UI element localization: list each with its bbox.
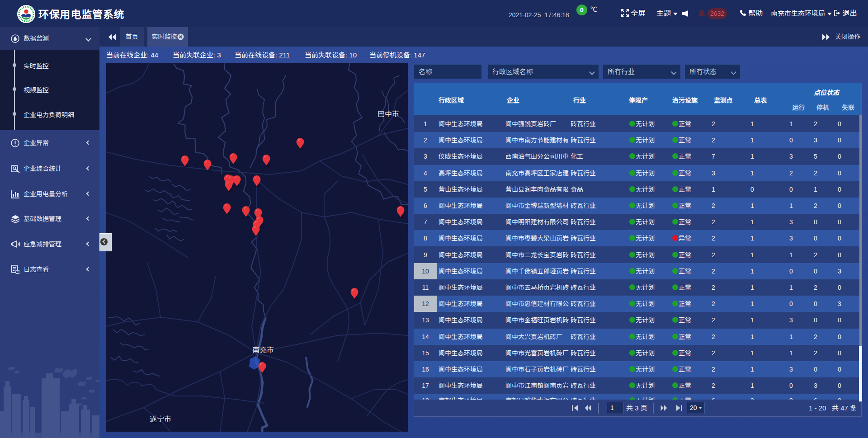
svg-text:巴中市: 巴中市: [377, 108, 399, 119]
svg-text:遂宁市: 遂宁市: [150, 413, 171, 424]
svg-text:南充市: 南充市: [252, 344, 274, 355]
